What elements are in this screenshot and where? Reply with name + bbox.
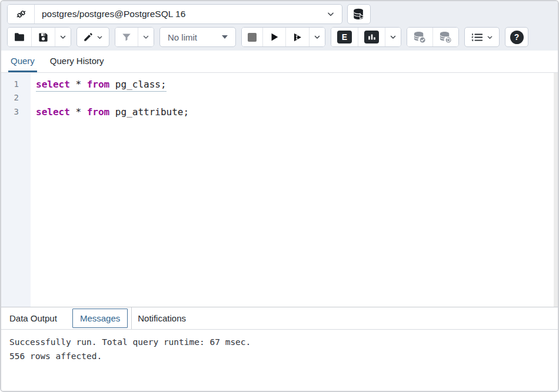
save-file-button[interactable] — [31, 28, 55, 46]
explain-badge-icon: E — [337, 31, 352, 43]
line-number: 3 — [1, 105, 19, 119]
commit-database-check-icon — [413, 31, 427, 44]
code-line: select * from pg_attribute; — [36, 105, 558, 119]
execute-button-group — [241, 27, 325, 47]
folder-icon — [14, 31, 25, 43]
query-tool-window: postgres/postgres@PostgreSQL 16 — [0, 0, 559, 392]
message-line: 556 rows affected. — [1, 349, 558, 363]
execute-options-dropdown[interactable] — [309, 28, 325, 46]
explain-button[interactable]: E — [331, 28, 358, 46]
filter-funnel-icon — [121, 32, 132, 42]
tab-query[interactable]: Query — [8, 51, 37, 72]
plug-connection-icon — [15, 8, 28, 21]
tab-messages[interactable]: Messages — [72, 309, 128, 328]
explain-options-dropdown[interactable] — [385, 28, 401, 46]
stop-button[interactable] — [242, 28, 262, 46]
chevron-down-icon — [327, 10, 335, 18]
message-line: Successfully run. Total query runtime: 6… — [1, 335, 558, 349]
connection-bar: postgres/postgres@PostgreSQL 16 — [1, 1, 558, 27]
chevron-down-icon — [97, 34, 103, 41]
pencil-icon — [83, 32, 94, 42]
save-floppy-icon — [38, 32, 49, 43]
messages-panel: Successfully run. Total query runtime: 6… — [1, 330, 558, 391]
macros-menu-button[interactable] — [464, 27, 500, 47]
gutter: 123 — [1, 73, 31, 307]
explain-analyze-chart-icon — [364, 31, 379, 43]
play-cursor-icon — [292, 32, 303, 43]
stop-square-icon — [248, 33, 257, 42]
row-limit-value: No limit — [168, 32, 197, 42]
code-line — [36, 91, 558, 105]
save-menu-dropdown[interactable] — [55, 28, 71, 46]
filter-button-group — [115, 27, 154, 47]
chevron-down-icon — [487, 34, 493, 41]
tab-query-history[interactable]: Query History — [48, 51, 107, 72]
connection-select[interactable]: postgres/postgres@PostgreSQL 16 — [35, 5, 342, 24]
help-button[interactable]: ? — [505, 27, 528, 47]
filter-button[interactable] — [115, 28, 138, 46]
rollback-button[interactable] — [432, 28, 458, 46]
code-line: select * from pg_class; — [36, 78, 558, 91]
file-button-group — [7, 27, 71, 47]
open-file-button[interactable] — [8, 28, 31, 46]
row-limit-select[interactable]: No limit — [159, 27, 236, 47]
database-swap-icon — [352, 8, 365, 21]
sql-editor: 123 select * from pg_class;select * from… — [1, 73, 558, 307]
connection-select-value: postgres/postgres@PostgreSQL 16 — [42, 9, 185, 19]
line-number: 2 — [1, 91, 19, 105]
execute-from-cursor-button[interactable] — [285, 28, 309, 46]
chevron-down-icon — [142, 33, 149, 41]
execute-button[interactable] — [262, 28, 285, 46]
code-lines[interactable]: select * from pg_class;select * from pg_… — [31, 73, 558, 307]
numbered-list-icon — [471, 32, 484, 42]
connection-group: postgres/postgres@PostgreSQL 16 — [7, 4, 342, 24]
transaction-button-group — [407, 27, 459, 47]
commit-button[interactable] — [407, 28, 432, 46]
explain-button-group: E — [331, 27, 401, 47]
edit-menu-button[interactable] — [76, 27, 109, 47]
play-icon — [269, 32, 280, 42]
query-toolbar: No limit — [1, 27, 558, 51]
tab-data-output[interactable]: Data Output — [9, 309, 65, 328]
explain-analyze-button[interactable] — [358, 28, 385, 46]
caret-down-icon — [222, 35, 228, 39]
chevron-down-icon — [390, 33, 397, 41]
editor-tabbar: Query Query History — [1, 51, 558, 73]
editor-scrollbar[interactable] — [554, 73, 558, 307]
chevron-down-icon — [314, 33, 321, 41]
output-tabbar: Data Output Messages Notifications — [1, 307, 558, 330]
help-question-icon: ? — [510, 31, 524, 44]
connection-status-button[interactable] — [8, 5, 35, 24]
line-number: 1 — [1, 78, 19, 91]
filter-menu-dropdown[interactable] — [138, 28, 154, 46]
tab-notifications[interactable]: Notifications — [132, 309, 194, 328]
rollback-database-undo-icon — [439, 31, 452, 44]
chevron-down-icon — [59, 33, 66, 41]
new-connection-button[interactable] — [347, 4, 371, 24]
